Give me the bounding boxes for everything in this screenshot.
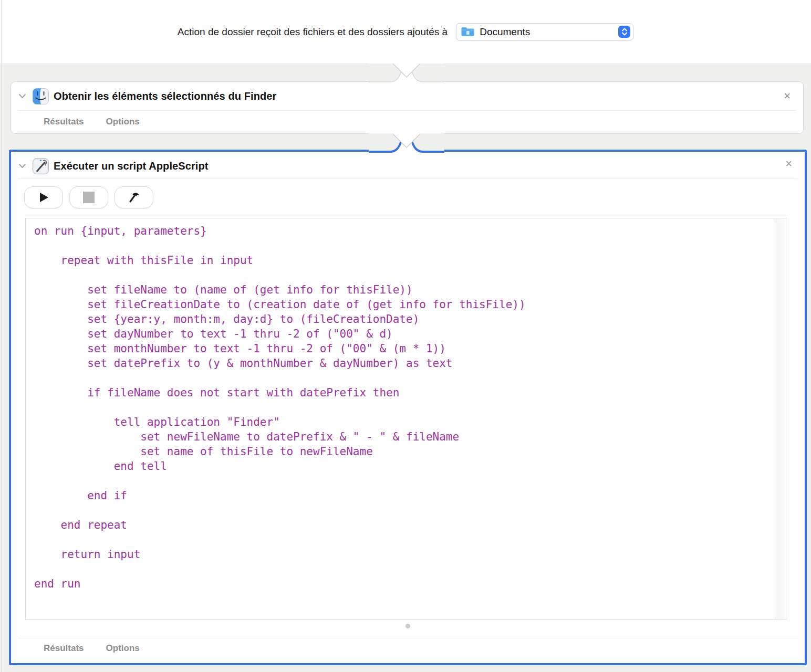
applescript-icon [33, 158, 49, 174]
chevron-down-icon[interactable] [18, 93, 28, 99]
action-card-get-finder-items[interactable]: Obtenir les éléments sélectionnés du Fin… [11, 81, 804, 134]
action1-close-icon[interactable]: × [784, 91, 791, 101]
applescript-toolbar [24, 186, 153, 208]
play-icon [37, 191, 50, 204]
action2-close-icon[interactable]: × [785, 159, 792, 169]
action-card-run-applescript[interactable]: Exécuter un script AppleScript × [9, 150, 807, 665]
hammer-icon [127, 191, 141, 204]
action1-links: Résultats Options [44, 117, 140, 127]
popup-stepper-icon[interactable] [618, 26, 630, 38]
finder-icon [33, 88, 49, 104]
folder-action-header: Action de dossier reçoit des fichiers et… [0, 0, 811, 64]
action1-divider [18, 110, 796, 111]
action2-options-link[interactable]: Options [106, 643, 140, 654]
action2-divider [18, 178, 798, 179]
window-edge-divider [1, 0, 2, 672]
action2-links: Résultats Options [44, 643, 140, 654]
action1-title: Obtenir les éléments sélectionnés du Fin… [54, 90, 276, 102]
run-script-button[interactable] [24, 186, 63, 208]
blue-folder-icon [461, 26, 475, 37]
action2-results-link[interactable]: Résultats [44, 643, 84, 654]
stop-icon [82, 191, 96, 204]
action1-options-link[interactable]: Options [106, 117, 140, 127]
action2-bottom-divider [18, 638, 798, 638]
workflow-connector-1 [369, 64, 444, 87]
folder-select-value: Documents [480, 26, 614, 38]
applescript-editor[interactable]: on run {input, parameters} repeat with t… [25, 218, 786, 620]
folder-action-sentence: Action de dossier reçoit des fichiers et… [178, 26, 448, 38]
workflow-connector-2 [369, 133, 444, 158]
chevron-down-icon[interactable] [18, 163, 28, 169]
resize-handle[interactable] [406, 624, 410, 628]
stop-script-button[interactable] [69, 186, 108, 208]
folder-select-popup[interactable]: Documents [456, 23, 633, 40]
action1-results-link[interactable]: Résultats [44, 117, 84, 127]
action2-title: Exécuter un script AppleScript [54, 160, 209, 172]
editor-scrollbar[interactable] [775, 219, 785, 619]
compile-script-button[interactable] [115, 186, 153, 208]
applescript-code[interactable]: on run {input, parameters} repeat with t… [26, 218, 774, 620]
